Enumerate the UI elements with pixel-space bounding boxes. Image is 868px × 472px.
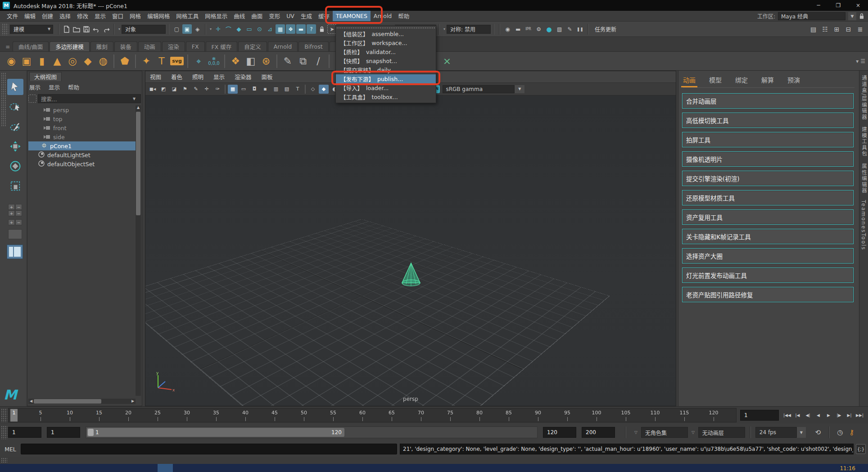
range-slider-track[interactable]: 1 120 — [86, 427, 538, 438]
menubar-item-网格工具[interactable]: 网格工具 — [173, 11, 202, 21]
tab-模型[interactable]: 模型 — [709, 75, 722, 87]
outliner-item-defaultLightSet[interactable]: defaultLightSet — [28, 150, 136, 159]
tool-button-7[interactable]: 关卡隐藏和K帧记录工具 — [682, 229, 854, 244]
lock-icon[interactable] — [317, 24, 326, 34]
outliner-item-persp[interactable]: persp — [28, 105, 136, 114]
viewport-menu-1[interactable]: 着色 — [171, 73, 182, 81]
task-update-button[interactable]: 任务更新 — [595, 25, 616, 33]
menubar-item-显示[interactable]: 显示 — [91, 11, 109, 21]
step-back-key-button[interactable]: |◀ — [793, 410, 802, 420]
outliner-item-side[interactable]: side — [28, 132, 136, 141]
teamones-menu-item-daily[interactable]: 【提交审核】daily... — [336, 65, 436, 74]
render-view-icon[interactable]: ◉ — [503, 24, 512, 34]
loop-playback-icon[interactable]: ⟲ — [812, 427, 824, 438]
svg-tool-icon[interactable]: svg — [169, 54, 185, 69]
play-forward-button[interactable]: ▶ — [824, 410, 833, 420]
poly-torus-icon[interactable]: ◎ — [65, 54, 80, 69]
menubar-item-生成[interactable]: 生成 — [298, 11, 315, 21]
shelf-tab-动画[interactable]: 动画 — [138, 41, 161, 51]
teamones-menu-item-snapshot[interactable]: 【快照】snapshot... — [336, 56, 436, 65]
outliner-item-top[interactable]: top — [28, 114, 136, 123]
move-tool-button[interactable] — [7, 138, 23, 154]
selection-mask-field[interactable]: 对象 — [122, 25, 166, 34]
anim-layer-dropdown[interactable]: 无动画层 — [698, 427, 745, 438]
viewport-menu-3[interactable]: 显示 — [213, 73, 225, 81]
shelf-tab-曲线/曲面[interactable]: 曲线/曲面 — [13, 41, 49, 51]
tool-button-1[interactable]: 高低模切换工具 — [682, 113, 854, 128]
viewport-menu-5[interactable]: 面板 — [262, 73, 273, 81]
pcone1-mesh[interactable] — [400, 261, 422, 289]
bookmark-icon[interactable]: ⚑ — [180, 85, 190, 94]
viewport-menu-0[interactable]: 视图 — [150, 73, 161, 81]
display-layers-icon[interactable]: ▧ — [555, 24, 564, 34]
command-language-label[interactable]: MEL — [0, 446, 21, 453]
character-controls-icon[interactable]: ☷ — [820, 24, 830, 34]
tool-button-10[interactable]: 老资产贴图引用路径修复 — [682, 287, 854, 302]
tool-button-2[interactable]: 拍屏工具 — [682, 132, 854, 147]
select-object-icon[interactable]: ▣ — [182, 24, 192, 34]
chevron-down-icon[interactable]: ▼ — [515, 85, 524, 93]
camera-attributes-icon[interactable]: ◪ — [169, 85, 179, 94]
grease-pencil-icon[interactable]: ✑ — [212, 85, 222, 94]
construction-history-icon[interactable]: ▬ — [296, 24, 306, 34]
playback-end-field[interactable]: 120 — [543, 427, 576, 438]
tool-settings-icon[interactable]: ⊟ — [844, 24, 853, 34]
snap-to-grid-icon[interactable]: ✛ — [213, 24, 223, 34]
select-tool-button[interactable] — [7, 79, 23, 95]
tab-解算[interactable]: 解算 — [761, 75, 774, 87]
menubar-item-创建[interactable]: 创建 — [39, 11, 56, 21]
viewport-menu-4[interactable]: 渲染器 — [235, 73, 252, 81]
menubar-item-编辑网格[interactable]: 编辑网格 — [144, 11, 173, 21]
shelf-tab-Arnold[interactable]: Arnold — [268, 41, 298, 51]
outliner-search-input[interactable]: 搜索... ▼ — [38, 94, 141, 103]
chevron-down-icon[interactable]: ▾ — [118, 27, 120, 31]
drag-handle[interactable] — [1, 408, 7, 422]
rotate-tool-button[interactable] — [7, 158, 23, 174]
menubar-item-网格显示[interactable]: 网格显示 — [202, 11, 231, 21]
chevron-down-icon[interactable]: ▽ — [634, 430, 637, 435]
poly-star-icon[interactable]: ✦ — [139, 54, 154, 69]
drag-handle[interactable] — [1, 73, 6, 127]
side-tab-3[interactable]: TeamonesTools — [859, 198, 868, 252]
poly-disc-icon[interactable]: ◍ — [95, 54, 111, 69]
chevron-down-icon[interactable]: ▼ — [131, 95, 138, 103]
teamones-menu-item-workspace[interactable]: 【工作区】workspace... — [336, 38, 436, 47]
range-start-handle[interactable] — [88, 429, 94, 436]
grid-toggle-icon[interactable]: ▦ — [228, 85, 238, 94]
viewport-menu-2[interactable]: 照明 — [192, 73, 203, 81]
step-back-frame-button[interactable]: ◀| — [803, 410, 813, 420]
menubar-item-变形[interactable]: 变形 — [266, 11, 283, 21]
snap-to-plane-icon[interactable]: ▭ — [244, 24, 254, 34]
side-tab-2[interactable]: 属性编辑器 — [859, 162, 868, 196]
teamones-menu-item-loader[interactable]: 【导入】loader... — [336, 83, 436, 92]
menubar-item-缓存[interactable]: 缓存 — [315, 11, 333, 21]
tool-button-9[interactable]: 灯光前置发布动画工具 — [682, 268, 854, 283]
undo-button[interactable] — [91, 24, 101, 34]
modeling-toolkit-icon[interactable]: ▤ — [809, 24, 818, 34]
shelf-tab-FX[interactable]: FX — [186, 41, 205, 51]
go-to-start-button[interactable]: |◀◀ — [782, 410, 792, 420]
playback-range-bar[interactable]: 1 120 — [87, 428, 344, 437]
pencil-curve-icon[interactable]: ∕ — [311, 54, 326, 69]
shelf-options-icon[interactable]: ▾ — [856, 58, 859, 64]
image-plane-icon[interactable]: ✎ — [191, 85, 201, 94]
shelf-tab-FX 缓存[interactable]: FX 缓存 — [206, 41, 238, 51]
toon-shader-icon[interactable]: ● — [544, 24, 554, 34]
tool-button-8[interactable]: 选择资产大圈 — [682, 248, 854, 263]
chevron-down-icon[interactable]: ▾ — [210, 27, 212, 31]
shaded-mode-icon[interactable]: ◆ — [319, 85, 329, 94]
outliner-tab[interactable]: 大纲视图 — [29, 72, 62, 81]
scale-tool-button[interactable] — [7, 178, 23, 194]
shelf-tab-渲染[interactable]: 渲染 — [162, 41, 185, 51]
shelf-tab-Bifrost[interactable]: Bifrost — [298, 41, 328, 51]
create-curve-icon[interactable]: ✎ — [280, 54, 295, 69]
safe-action-icon[interactable]: ▧ — [282, 85, 292, 94]
shelf-tab-雕刻[interactable]: 雕刻 — [90, 41, 113, 51]
symmetry-dropdown[interactable]: 对称: 禁用 — [447, 25, 491, 34]
chevron-down-icon[interactable]: ▽ — [692, 430, 695, 435]
chevron-down-icon[interactable]: ▼ — [848, 12, 856, 20]
boolean-icon[interactable]: ◧ — [243, 54, 258, 69]
help-icon[interactable]: ? — [307, 24, 316, 34]
redo-button[interactable] — [101, 24, 111, 34]
tool-button-6[interactable]: 资产复用工具 — [682, 209, 854, 225]
